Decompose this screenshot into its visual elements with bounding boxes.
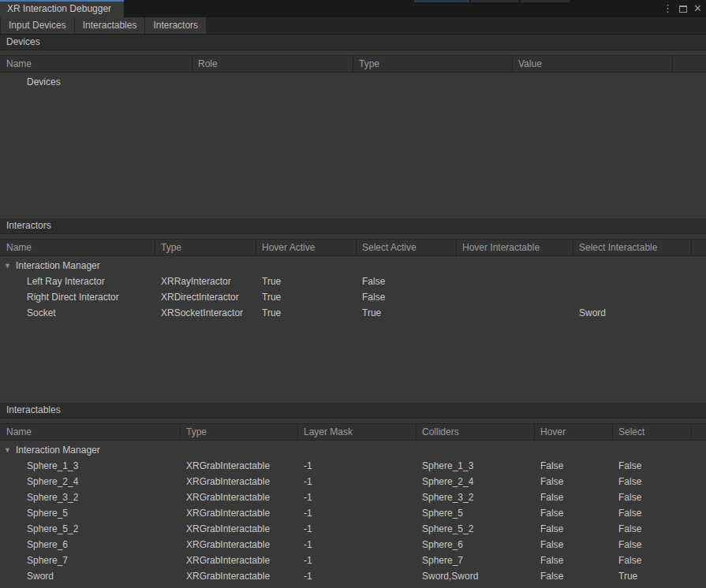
tree-row-socket[interactable]: Socket XRSocketInteractor True True Swor… <box>0 305 706 321</box>
tree-row-devices[interactable]: Devices <box>0 74 706 90</box>
interactables-section-label: Interactables <box>0 403 706 419</box>
tree-row-interaction-manager[interactable]: ▼ Interaction Manager <box>0 442 706 458</box>
column-header-type[interactable]: Type <box>181 424 298 440</box>
tree-row-right-direct-interactor[interactable]: Right Direct Interactor XRDirectInteract… <box>0 289 706 305</box>
row-name: Right Direct Interactor <box>0 289 155 305</box>
devices-section-label: Devices <box>0 35 706 50</box>
column-header-type[interactable]: Type <box>155 240 256 255</box>
debugger-toolbar: Input Devices Interactables Interactors <box>0 17 706 35</box>
row-name: Sword <box>0 568 181 584</box>
column-header-hover-active[interactable]: Hover Active <box>256 240 357 255</box>
foldout-open-icon[interactable]: ▼ <box>4 258 11 274</box>
column-header-select[interactable]: Select <box>613 424 692 440</box>
tab-input-devices[interactable]: Input Devices <box>1 17 74 34</box>
interactors-tree: ▼ Interaction Manager Left Ray Interacto… <box>0 258 706 321</box>
column-header-name[interactable]: Name <box>0 56 192 72</box>
row-name: Sphere_3_2 <box>0 489 181 505</box>
interactors-table-header: Name Type Hover Active Select Active Hov… <box>0 239 706 256</box>
row-name: Left Ray Interactor <box>0 274 155 289</box>
background-tab-sliver <box>414 0 469 2</box>
interactables-tree: ▼ Interaction Manager Sphere_1_3XRGrabIn… <box>0 442 706 584</box>
xr-interaction-debugger-window: XR Interaction Debugger ⋮ ✕ Input Device… <box>0 0 706 588</box>
column-header-type[interactable]: Type <box>353 56 513 72</box>
row-name: Sphere_5_2 <box>0 521 181 537</box>
column-header-layer-mask[interactable]: Layer Mask <box>298 424 417 440</box>
column-header-spacer <box>673 56 706 72</box>
kebab-menu-icon[interactable]: ⋮ <box>663 0 673 17</box>
column-header-value[interactable]: Value <box>513 56 673 72</box>
column-header-role[interactable]: Role <box>192 56 353 72</box>
column-header-select-interactable[interactable]: Select Interactable <box>573 240 692 255</box>
row-name: Sphere_6 <box>0 537 181 553</box>
tree-row-interactable[interactable]: Sphere_6XRGrabInteractable-1Sphere_6Fals… <box>0 537 706 553</box>
column-header-hover[interactable]: Hover <box>535 424 613 440</box>
window-controls: ⋮ ✕ <box>663 0 702 17</box>
column-header-hover-interactable[interactable]: Hover Interactable <box>457 240 573 255</box>
row-name: Devices <box>0 74 192 90</box>
row-name: ▼ Interaction Manager <box>0 442 181 458</box>
window-title-tab[interactable]: XR Interaction Debugger <box>0 0 124 17</box>
foldout-open-icon[interactable]: ▼ <box>4 442 11 458</box>
column-header-spacer <box>692 240 706 255</box>
row-name: Sphere_5 <box>0 505 181 521</box>
tree-row-interactable[interactable]: Sphere_5XRGrabInteractable-1Sphere_5Fals… <box>0 505 706 521</box>
column-header-name[interactable]: Name <box>0 240 155 255</box>
column-header-name[interactable]: Name <box>0 424 181 440</box>
row-name: Socket <box>0 305 155 321</box>
devices-tree: Devices <box>0 74 706 90</box>
background-tab-sliver <box>521 0 570 2</box>
tree-row-interactable[interactable]: SwordXRGrabInteractable-1Sword,SwordFals… <box>0 568 706 584</box>
row-name: Sphere_1_3 <box>0 458 181 474</box>
tab-interactors[interactable]: Interactors <box>145 17 206 34</box>
column-header-colliders[interactable]: Colliders <box>417 424 535 440</box>
window-title: XR Interaction Debugger <box>7 3 111 14</box>
column-header-select-active[interactable]: Select Active <box>357 240 457 255</box>
maximize-icon[interactable] <box>679 6 687 13</box>
window-titlebar: XR Interaction Debugger ⋮ ✕ <box>0 0 706 17</box>
devices-table-header: Name Role Type Value <box>0 55 706 73</box>
tree-row-left-ray-interactor[interactable]: Left Ray Interactor XRRayInteractor True… <box>0 274 706 289</box>
tree-row-interactable[interactable]: Sphere_3_2XRGrabInteractable-1Sphere_3_2… <box>0 489 706 505</box>
background-tab-sliver <box>471 0 519 2</box>
column-header-spacer <box>692 424 706 440</box>
tree-row-interactable[interactable]: Sphere_5_2XRGrabInteractable-1Sphere_5_2… <box>0 521 706 537</box>
interactables-table-header: Name Type Layer Mask Colliders Hover Sel… <box>0 423 706 441</box>
tab-interactables[interactable]: Interactables <box>75 17 145 34</box>
tree-row-interaction-manager[interactable]: ▼ Interaction Manager <box>0 258 706 274</box>
tree-row-interactable[interactable]: Sphere_7XRGrabInteractable-1Sphere_7Fals… <box>0 553 706 568</box>
row-name: ▼ Interaction Manager <box>0 258 155 274</box>
row-name: Sphere_7 <box>0 553 181 568</box>
interactors-section-label: Interactors <box>0 218 706 234</box>
tree-row-interactable[interactable]: Sphere_1_3XRGrabInteractable-1Sphere_1_3… <box>0 458 706 474</box>
tree-row-interactable[interactable]: Sphere_2_4XRGrabInteractable-1Sphere_2_4… <box>0 474 706 489</box>
row-name: Sphere_2_4 <box>0 474 181 489</box>
close-icon[interactable]: ✕ <box>693 0 702 17</box>
